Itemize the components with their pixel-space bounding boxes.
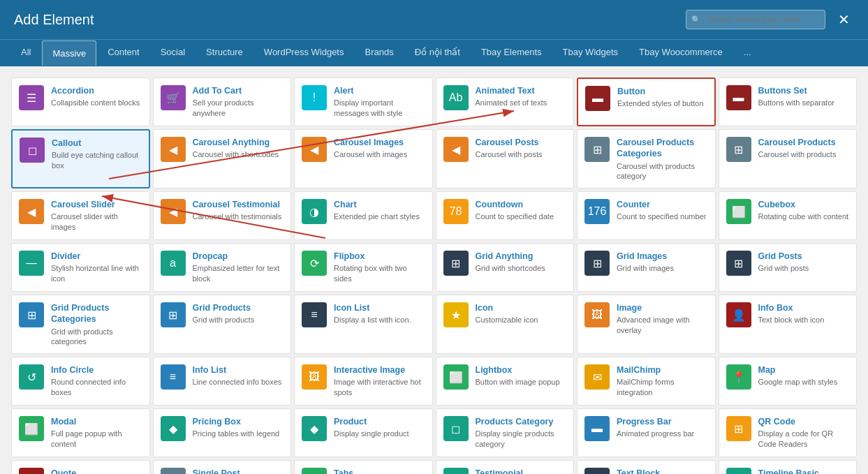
tab-wordpress-widgets[interactable]: WordPress Widgets [254,40,354,66]
element-card-interactive-image[interactable]: 🖼 Interactive Image Image with interacti… [294,357,433,406]
tab-all[interactable]: All [11,40,41,66]
element-icon: ⬜ [19,416,44,441]
element-name: Button [617,86,707,97]
element-card-grid-images[interactable]: ⊞ Grid Images Grid with images [577,243,716,292]
element-icon: ⊞ [584,137,610,162]
element-name: Animated Text [476,85,567,96]
element-card-map[interactable]: 📍 Map Google map with styles [719,357,858,406]
element-card-grid-posts[interactable]: ⊞ Grid Posts Grid with posts [719,243,858,292]
element-card-text-block[interactable]: A Text Block Display a text with font fo… [577,460,716,474]
element-info: Testimonial Stylish recommendation box [476,468,567,474]
element-card-chart[interactable]: ◑ Chart Extended pie chart styles [294,191,433,240]
element-card-quote[interactable]: ❝ Quote Quote text block [11,460,150,474]
element-card-mailchimp[interactable]: ✉ MailChimp MailChimp forms integration [577,357,716,406]
element-card-icon[interactable]: ★ Icon Customizable icon [436,295,575,354]
element-info: Interactive Image Image with interactive… [334,364,425,397]
tab-tbay-elements[interactable]: Tbay Elements [471,40,552,66]
element-info: Carousel Products Categories Carousel wi… [617,137,708,181]
element-card-carousel-posts[interactable]: ◀ Carousel Posts Carousel with posts [436,129,575,188]
element-card-lightbox[interactable]: ⬜ Lightbox Button with image popup [436,357,575,406]
element-card-info-box[interactable]: 👤 Info Box Text block with icon [719,295,858,354]
element-icon: ◆ [161,416,186,441]
element-card-carousel-anything[interactable]: ◀ Carousel Anything Carousel with shortc… [153,129,292,188]
element-name: Icon [476,302,567,313]
element-card-callout[interactable]: ◻ Callout Build eye catching callout box [11,129,150,188]
element-info: Icon Customizable icon [476,302,567,325]
element-desc: Advanced image with overlay [617,315,708,335]
element-desc: Rotating cube with content [758,212,850,221]
element-card-tabs[interactable]: ⊟ Tabs Tabbed content blocks [294,460,433,474]
element-card-qr-code[interactable]: ⊞ QR Code Display a code for QR Code Rea… [719,408,858,457]
element-info: MailChimp MailChimp forms integration [617,364,708,397]
element-desc: Text block with icon [758,315,850,325]
element-card-countdown[interactable]: 78 Countdown Count to specified date [436,191,575,240]
element-card-animated-text[interactable]: Ab Animated Text Animated set of texts [436,77,575,126]
element-name: Map [758,364,850,376]
tab-massive[interactable]: Massive [42,40,96,66]
element-card-accordion[interactable]: ☰ Accordion Collapsible content blocks [11,77,150,126]
element-card-carousel-products[interactable]: ⊞ Carousel Products Carousel with produc… [719,129,858,188]
element-desc: Button with image popup [476,377,567,387]
element-desc: Image with interactive hot spots [334,377,425,397]
element-name: Grid Products Categories [51,302,142,325]
tab-social[interactable]: Social [151,40,195,66]
element-card-carousel-images[interactable]: ◀ Carousel Images Carousel with images [294,129,433,188]
element-icon: ! [302,85,327,110]
tab-tbay-widgets[interactable]: Tbay Widgets [553,40,628,66]
element-info: Image Advanced image with overlay [617,302,708,335]
element-card-product[interactable]: ◆ Product Display single product [294,408,433,457]
element-desc: Animated progress bar [617,429,708,438]
element-card-grid-products[interactable]: ⊞ Grid Products Grid with products [153,295,292,354]
element-card-carousel-testimonial[interactable]: ◀ Carousel Testimonial Carousel with tes… [153,191,292,240]
element-card-cubebox[interactable]: ⬜ Cubebox Rotating cube with content [719,191,858,240]
element-card-products-category[interactable]: ◻ Products Category Display single produ… [436,408,575,457]
element-icon: ◑ [302,199,327,224]
element-card-info-circle[interactable]: ↺ Info Circle Round connected info boxes [11,357,150,406]
tab-content[interactable]: Content [98,40,149,66]
element-info: Divider Stylish horizontal line with ico… [51,251,142,283]
search-input[interactable] [686,10,825,29]
element-card-grid-products-categories[interactable]: ⊞ Grid Products Categories Grid with pro… [11,295,150,354]
element-name: QR Code [758,416,850,427]
element-card-carousel-products-categories[interactable]: ⊞ Carousel Products Categories Carousel … [577,129,716,188]
element-card-info-list[interactable]: ≡ Info List Line connected info boxes [153,357,292,406]
element-icon: ⟳ [302,251,327,276]
element-desc: Full page popup with content [51,429,142,449]
element-card-icon-list[interactable]: ≡ Icon List Display a list with icon. [294,295,433,354]
element-name: Text Block [617,468,708,474]
tab-tbay-woocommerce[interactable]: Tbay Woocommerce [629,40,733,66]
element-card-modal[interactable]: ⬜ Modal Full page popup with content [11,408,150,457]
element-card-add-to-cart[interactable]: 🛒 Add To Cart Sell your products anywher… [153,77,292,126]
element-card-dropcap[interactable]: a Dropcap Emphasized letter for text blo… [153,243,292,292]
element-card-divider[interactable]: — Divider Stylish horizontal line with i… [11,243,150,292]
element-name: Info List [193,364,284,376]
tab-brands[interactable]: Brands [355,40,404,66]
element-desc: Carousel with testimonials [193,212,284,221]
element-card-alert[interactable]: ! Alert Display important messages with … [294,77,433,126]
element-card-pricing-box[interactable]: ◆ Pricing Box Pricing tables with legend [153,408,292,457]
element-card-single-post[interactable]: ⊞ Single Post Customizable post with man… [153,460,292,474]
element-card-timeline-basic[interactable]: ⊟ Timeline Basic Simple timeline shortco… [719,460,858,474]
element-icon: ◀ [19,199,44,224]
element-card-progress-bar[interactable]: ▬ Progress Bar Animated progress bar [577,408,716,457]
element-desc: Sell your products anywhere [193,98,284,118]
tab-structure[interactable]: Structure [196,40,253,66]
element-card-flipbox[interactable]: ⟳ Flipbox Rotating box with two sides [294,243,433,292]
element-info: Carousel Slider Carousel slider with ima… [51,199,142,232]
element-card-image[interactable]: 🖼 Image Advanced image with overlay [577,295,716,354]
element-card-button[interactable]: ▬ Button Extended styles of button [577,77,716,126]
element-info: Products Category Display single product… [476,416,567,449]
element-card-grid-anything[interactable]: ⊞ Grid Anything Grid with shortcodes [436,243,575,292]
tab-...[interactable]: ... [734,40,761,66]
element-icon: ≡ [161,364,186,390]
close-button[interactable]: ✕ [834,10,854,29]
element-card-buttons-set[interactable]: ▬ Buttons Set Buttons with separator [719,77,858,126]
element-card-counter[interactable]: 176 Counter Count to specified number [577,191,716,240]
element-desc: Carousel with products category [617,161,708,182]
element-name: Divider [51,251,142,262]
element-card-testimonial[interactable]: ❝ Testimonial Stylish recommendation box [436,460,575,474]
tab-đồ-nội-thất[interactable]: Đồ nội thất [405,40,470,66]
element-card-carousel-slider[interactable]: ◀ Carousel Slider Carousel slider with i… [11,191,150,240]
element-desc: Rotating box with two sides [334,263,425,283]
element-icon: 📍 [726,364,751,390]
